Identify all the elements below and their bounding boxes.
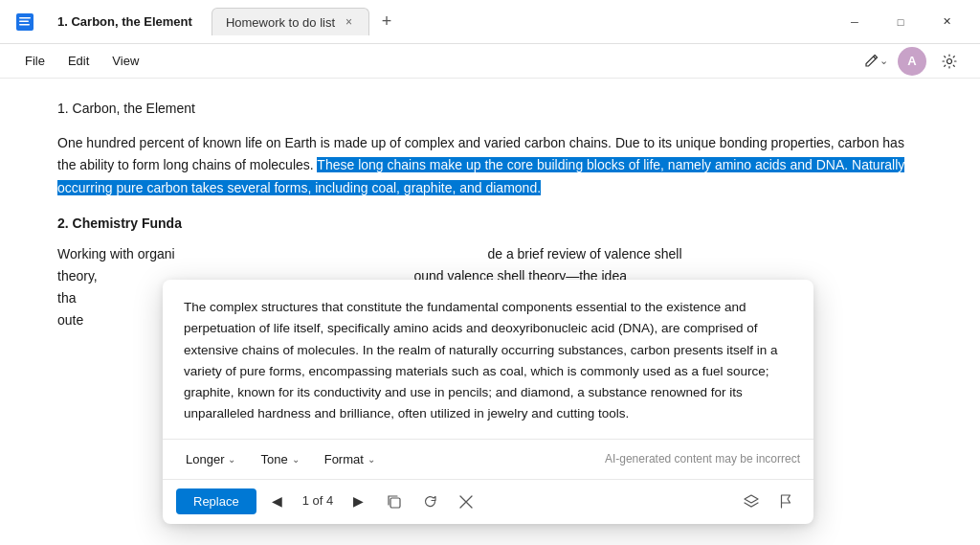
tone-label: Tone [260, 452, 287, 466]
tone-button[interactable]: Tone ⌄ [251, 447, 308, 471]
pen-icon [862, 53, 880, 70]
paragraph-1: One hundred percent of known life on Ear… [57, 132, 923, 198]
svg-rect-3 [19, 24, 30, 26]
nav-prev-button[interactable]: ◀ [264, 488, 291, 515]
stack-icon-button[interactable] [737, 488, 766, 516]
flag-icon [778, 493, 794, 510]
menu-bar: File Edit View ⌄ A [0, 44, 980, 79]
edit-icon-button[interactable]: ⌄ [859, 46, 890, 77]
svg-rect-5 [390, 498, 400, 508]
format-label: Format [324, 452, 364, 466]
file-menu[interactable]: File [15, 50, 55, 72]
close-popup-button[interactable] [452, 488, 480, 516]
chevron-icon: ⌄ [880, 55, 888, 67]
title-bar: 1. Carbon, the Element Homework to do li… [0, 0, 980, 44]
refresh-icon [422, 493, 438, 510]
new-tab-button[interactable]: + [373, 9, 400, 35]
tab-close-button[interactable]: × [343, 14, 355, 30]
ai-disclaimer: AI-generated content may be incorrect [605, 450, 800, 468]
view-menu[interactable]: View [102, 50, 148, 72]
minimize-button[interactable]: ─ [833, 7, 877, 37]
regenerate-button[interactable] [415, 488, 444, 516]
restore-button[interactable]: □ [879, 7, 923, 37]
tab-area: Homework to do list × + [212, 8, 825, 35]
gear-icon [941, 53, 958, 70]
ai-popup-toolbar: Longer ⌄ Tone ⌄ Format ⌄ AI-generated co… [163, 439, 813, 479]
section-2-title: 2. Chemistry Funda [57, 213, 923, 234]
copy-icon [386, 493, 402, 510]
close-icon [459, 495, 473, 509]
nav-next-button[interactable]: ▶ [345, 488, 371, 515]
nav-counter: 1 of 4 [299, 491, 338, 511]
ai-popup-body: The complex structures that constitute t… [163, 280, 813, 439]
svg-rect-2 [19, 20, 29, 22]
document-area: 1. Carbon, the Element One hundred perce… [0, 79, 980, 545]
format-chevron-icon: ⌄ [368, 454, 375, 465]
tone-chevron-icon: ⌄ [292, 454, 300, 465]
tab-label: Homework to do list [226, 15, 335, 30]
menu-right: ⌄ A [859, 46, 965, 77]
footer-right-icons [737, 488, 800, 516]
document-title: 1. Carbon, the Element [57, 98, 923, 119]
longer-button[interactable]: Longer ⌄ [176, 447, 245, 471]
flag-button[interactable] [771, 488, 800, 516]
settings-button[interactable] [934, 46, 965, 77]
window-controls: ─ □ ✕ [833, 7, 969, 37]
svg-rect-1 [19, 17, 31, 19]
longer-label: Longer [186, 452, 224, 466]
svg-point-4 [947, 58, 952, 63]
user-avatar[interactable]: A [898, 47, 926, 76]
longer-chevron-icon: ⌄ [228, 454, 235, 465]
close-button[interactable]: ✕ [924, 7, 969, 37]
ai-popup-footer: Replace ◀ 1 of 4 ▶ [163, 479, 813, 524]
edit-menu[interactable]: Edit [58, 50, 99, 72]
format-button[interactable]: Format ⌄ [315, 447, 385, 471]
app-icon [11, 9, 38, 35]
copy-button[interactable] [379, 488, 408, 516]
layers-icon [743, 493, 760, 511]
replace-button[interactable]: Replace [176, 488, 256, 514]
ai-generated-text: The complex structures that constitute t… [184, 300, 778, 420]
homework-tab[interactable]: Homework to do list × [212, 8, 369, 35]
app-title: 1. Carbon, the Element [46, 14, 204, 29]
ai-rewrite-popup: The complex structures that constitute t… [163, 280, 813, 524]
